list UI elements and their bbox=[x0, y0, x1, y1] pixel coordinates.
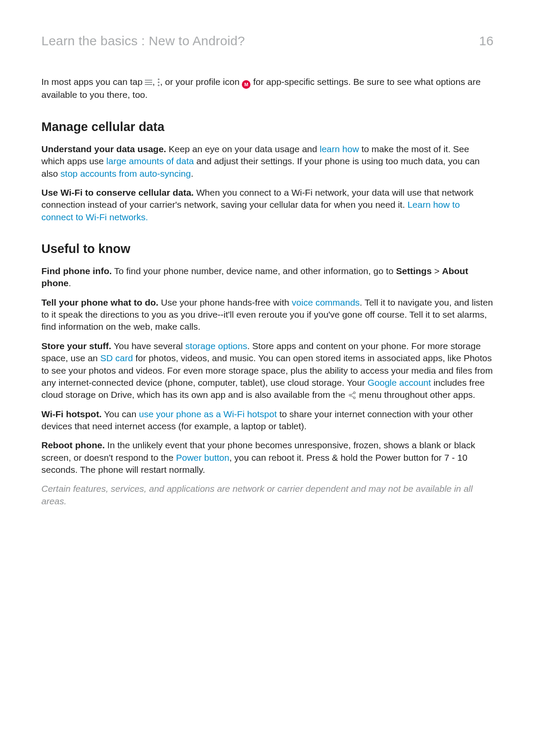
heading-manage-cellular-data: Manage cellular data bbox=[41, 119, 494, 135]
share-icon bbox=[348, 390, 357, 399]
svg-point-0 bbox=[354, 392, 355, 394]
text: , bbox=[152, 77, 157, 87]
svg-line-4 bbox=[351, 396, 354, 397]
paragraph-find-phone-info: Find phone info. To find your phone numb… bbox=[41, 265, 494, 290]
heading-useful-to-know: Useful to know bbox=[41, 241, 494, 257]
header-title: Learn the basics : New to Android? bbox=[41, 34, 245, 48]
lead: Tell your phone what to do. bbox=[41, 297, 158, 307]
lead: Understand your data usage. bbox=[41, 144, 166, 154]
disclaimer-note: Certain features, services, and applicat… bbox=[41, 483, 494, 507]
more-icon bbox=[157, 78, 160, 86]
svg-line-3 bbox=[351, 393, 354, 395]
link-use-phone-as-hotspot[interactable]: use your phone as a Wi-Fi hotspot bbox=[139, 409, 277, 419]
link-large-amounts-of-data[interactable]: large amounts of data bbox=[106, 156, 194, 166]
profile-icon: M bbox=[242, 80, 250, 89]
lead: Reboot phone. bbox=[41, 440, 105, 450]
text: You can bbox=[102, 409, 139, 419]
paragraph-store-your-stuff: Store your stuff. You have several stora… bbox=[41, 340, 494, 401]
text: In most apps you can tap bbox=[41, 77, 145, 87]
link-learn-how[interactable]: learn how bbox=[320, 144, 359, 154]
link-stop-auto-syncing[interactable]: stop accounts from auto-syncing bbox=[60, 169, 191, 178]
lead: Store your stuff. bbox=[41, 341, 111, 351]
text: Use your phone hands-free with bbox=[158, 297, 291, 307]
paragraph-tell-your-phone: Tell your phone what to do. Use your pho… bbox=[41, 297, 494, 333]
text: To find your phone number, device name, … bbox=[112, 266, 396, 276]
text: You have several bbox=[111, 341, 185, 351]
svg-point-1 bbox=[349, 394, 351, 396]
intro-paragraph: In most apps you can tap , , or your pro… bbox=[41, 76, 494, 101]
text: Keep an eye on your data usage and bbox=[166, 144, 319, 154]
link-storage-options[interactable]: storage options bbox=[185, 341, 247, 351]
text: . bbox=[191, 169, 194, 178]
link-power-button[interactable]: Power button bbox=[176, 453, 229, 462]
svg-point-2 bbox=[354, 397, 355, 399]
text: > bbox=[432, 266, 442, 276]
text: , or your profile icon bbox=[160, 77, 242, 87]
lead: Find phone info. bbox=[41, 266, 112, 276]
page-number: 16 bbox=[479, 34, 494, 48]
lead: Wi-Fi hotspot. bbox=[41, 409, 102, 419]
menu-icon bbox=[145, 79, 152, 85]
body-text: In most apps you can tap , , or your pro… bbox=[41, 76, 494, 507]
page-body: Learn the basics : New to Android? 16 In… bbox=[0, 0, 535, 507]
lead: Use Wi-Fi to conserve cellular data. bbox=[41, 187, 194, 197]
ui-label-settings: Settings bbox=[396, 266, 432, 276]
link-voice-commands[interactable]: voice commands bbox=[292, 297, 360, 307]
link-sd-card[interactable]: SD card bbox=[100, 353, 133, 363]
text: menu throughout other apps. bbox=[357, 390, 476, 400]
page-header: Learn the basics : New to Android? 16 bbox=[41, 34, 494, 48]
link-google-account[interactable]: Google account bbox=[367, 378, 431, 387]
paragraph-wifi-hotspot: Wi-Fi hotspot. You can use your phone as… bbox=[41, 408, 494, 433]
text: . bbox=[69, 278, 71, 288]
paragraph-understand-data-usage: Understand your data usage. Keep an eye … bbox=[41, 143, 494, 180]
paragraph-reboot-phone: Reboot phone. In the unlikely event that… bbox=[41, 439, 494, 476]
paragraph-use-wifi: Use Wi-Fi to conserve cellular data. Whe… bbox=[41, 187, 494, 223]
